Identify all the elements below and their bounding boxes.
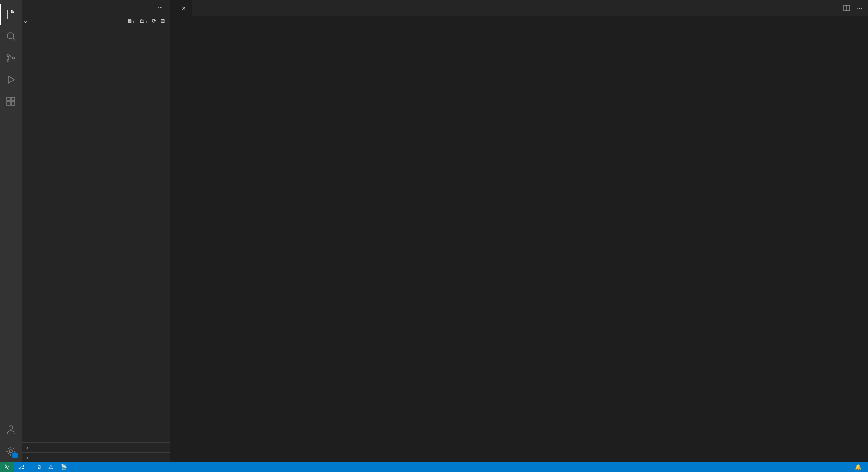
- new-file-icon[interactable]: 🗎₊: [128, 18, 135, 24]
- project-header[interactable]: ⌄ 🗎₊ 🗀₊ ⟳ ⊟: [22, 16, 170, 26]
- ports-indicator[interactable]: 📡: [58, 464, 72, 470]
- explorer-icon[interactable]: [0, 4, 22, 25]
- timeline-pane[interactable]: ›: [22, 452, 170, 462]
- file-tree[interactable]: [22, 26, 170, 442]
- svg-rect-7: [11, 97, 15, 101]
- notifications-icon[interactable]: 🔔: [852, 464, 864, 470]
- split-editor-icon[interactable]: [843, 5, 850, 12]
- svg-point-2: [7, 60, 9, 62]
- collapse-all-icon[interactable]: ⊟: [161, 18, 165, 24]
- close-icon[interactable]: ×: [180, 5, 187, 12]
- accounts-icon[interactable]: [0, 419, 22, 440]
- search-icon[interactable]: [0, 25, 22, 47]
- svg-rect-4: [7, 97, 10, 101]
- svg-rect-6: [11, 102, 15, 105]
- new-folder-icon[interactable]: 🗀₊: [140, 18, 147, 24]
- svg-point-0: [7, 33, 14, 39]
- activity-bar: [0, 0, 22, 462]
- svg-point-8: [9, 426, 13, 429]
- more-icon[interactable]: ⋯: [857, 5, 863, 11]
- sidebar: ⋯ ⌄ 🗎₊ 🗀₊ ⟳ ⊟ › ›: [22, 0, 170, 462]
- svg-point-1: [7, 54, 9, 57]
- refresh-icon[interactable]: ⟳: [152, 18, 156, 24]
- outline-pane[interactable]: ›: [22, 442, 170, 452]
- settings-badge: [12, 452, 18, 458]
- line-gutter: [170, 26, 193, 462]
- sidebar-title: ⋯: [22, 0, 170, 16]
- breadcrumbs[interactable]: [170, 16, 868, 26]
- minimap[interactable]: [823, 26, 868, 462]
- settings-icon[interactable]: [0, 440, 22, 462]
- source-control-icon[interactable]: [0, 47, 22, 69]
- svg-rect-5: [7, 102, 10, 105]
- run-debug-icon[interactable]: [0, 69, 22, 91]
- code-content[interactable]: [193, 26, 823, 462]
- problems-indicator[interactable]: ⊘ ⚠: [34, 464, 58, 470]
- editor: × ⋯: [170, 0, 868, 462]
- extensions-icon[interactable]: [0, 91, 22, 112]
- more-actions-icon[interactable]: ⋯: [158, 5, 163, 11]
- tab-functionality[interactable]: ×: [170, 0, 192, 16]
- svg-point-9: [9, 450, 12, 453]
- branch-indicator[interactable]: ⎇: [15, 464, 29, 470]
- chevron-down-icon: ⌄: [24, 18, 28, 24]
- tab-bar: × ⋯: [170, 0, 868, 16]
- remote-indicator[interactable]: [0, 462, 14, 472]
- svg-point-3: [13, 57, 15, 59]
- code-area[interactable]: [170, 26, 868, 462]
- status-bar: ⎇ ⊘ ⚠ 📡 🔔: [0, 462, 868, 472]
